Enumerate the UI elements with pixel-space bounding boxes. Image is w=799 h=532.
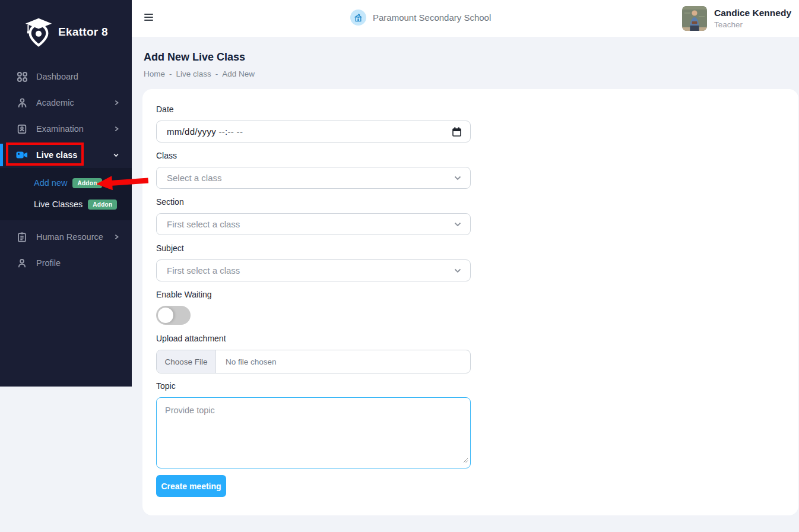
breadcrumb-separator: - bbox=[215, 69, 218, 78]
sidebar-item-label: Academic bbox=[36, 98, 74, 107]
class-select[interactable]: Select a class bbox=[156, 167, 471, 189]
class-label: Class bbox=[156, 151, 471, 160]
chevron-right-icon bbox=[113, 99, 120, 106]
subject-select-value: First select a class bbox=[167, 265, 240, 276]
choose-file-button[interactable]: Choose File bbox=[157, 350, 216, 373]
sidebar-item-label: Examination bbox=[36, 124, 84, 134]
chevron-down-icon bbox=[454, 222, 461, 227]
dashboard-icon bbox=[16, 71, 28, 83]
topic-label: Topic bbox=[156, 381, 471, 391]
file-chosen-status: No file chosen bbox=[216, 350, 277, 373]
section-select-value: First select a class bbox=[167, 219, 240, 229]
breadcrumb-home[interactable]: Home bbox=[144, 69, 165, 78]
clipboard-icon bbox=[16, 231, 28, 243]
video-camera-icon bbox=[16, 149, 28, 161]
chevron-down-icon bbox=[454, 268, 461, 273]
date-label: Date bbox=[156, 104, 471, 114]
sidebar: Ekattor 8 Dashboard Academic bbox=[0, 0, 132, 387]
school-building-icon bbox=[350, 10, 366, 26]
breadcrumb-live-class[interactable]: Live class bbox=[176, 69, 211, 78]
breadcrumb: Home - Live class - Add New bbox=[144, 69, 255, 78]
topic-textarea[interactable] bbox=[156, 397, 471, 468]
user-name: Candice Kennedy bbox=[714, 8, 791, 18]
top-header: Paramount Secondary School Candice Kenne… bbox=[132, 0, 799, 37]
sidebar-item-label: Live class bbox=[36, 150, 77, 160]
avatar bbox=[682, 6, 707, 31]
person-icon bbox=[16, 257, 28, 269]
section-select[interactable]: First select a class bbox=[156, 213, 471, 235]
graduation-pin-logo-icon bbox=[24, 17, 53, 48]
enable-waiting-toggle[interactable] bbox=[156, 306, 191, 325]
live-class-submenu: Add new Addon Live Classes Addon bbox=[0, 168, 132, 220]
sidebar-item-profile[interactable]: Profile bbox=[0, 250, 132, 276]
app-name: Ekattor 8 bbox=[58, 26, 108, 39]
hamburger-menu-icon[interactable] bbox=[144, 14, 153, 23]
section-label: Section bbox=[156, 197, 471, 207]
sidebar-subitem-add-new[interactable]: Add new Addon bbox=[0, 172, 132, 194]
chevron-right-icon bbox=[113, 125, 120, 132]
form-card: Date mm/dd/yyyy --:-- -- Class Select a … bbox=[142, 89, 798, 515]
subject-select[interactable]: First select a class bbox=[156, 259, 471, 281]
page-title: Add New Live Class bbox=[144, 51, 245, 64]
subject-label: Subject bbox=[156, 243, 471, 253]
subitem-label: Add new bbox=[34, 178, 67, 188]
chevron-down-icon bbox=[454, 176, 461, 180]
breadcrumb-add-new: Add New bbox=[222, 69, 255, 78]
chevron-down-icon bbox=[112, 151, 120, 159]
sidebar-item-live-class[interactable]: Live class bbox=[0, 142, 132, 168]
upload-attachment-label: Upload attachment bbox=[156, 334, 471, 343]
resize-handle-icon[interactable] bbox=[463, 455, 468, 466]
sidebar-item-label: Profile bbox=[36, 258, 61, 268]
breadcrumb-separator: - bbox=[169, 69, 172, 78]
addon-badge: Addon bbox=[72, 178, 102, 188]
subitem-label: Live Classes bbox=[34, 200, 83, 209]
examination-icon bbox=[16, 123, 28, 135]
date-input[interactable]: mm/dd/yyyy --:-- -- bbox=[156, 121, 471, 142]
school-selector[interactable]: Paramount Secondary School bbox=[350, 10, 491, 26]
create-meeting-button[interactable]: Create meeting bbox=[156, 475, 226, 497]
add-live-class-form: Date mm/dd/yyyy --:-- -- Class Select a … bbox=[142, 89, 471, 497]
sidebar-subitem-live-classes[interactable]: Live Classes Addon bbox=[0, 194, 132, 215]
user-role: Teacher bbox=[714, 20, 791, 29]
chevron-right-icon bbox=[113, 233, 120, 240]
sidebar-item-examination[interactable]: Examination bbox=[0, 116, 132, 142]
sidebar-item-label: Human Resource bbox=[36, 232, 103, 242]
calendar-icon[interactable] bbox=[452, 127, 461, 137]
sidebar-item-human-resource[interactable]: Human Resource bbox=[0, 224, 132, 250]
date-value: mm/dd/yyyy --:-- -- bbox=[167, 126, 243, 137]
user-menu[interactable]: Candice Kennedy Teacher bbox=[682, 6, 791, 31]
class-select-value: Select a class bbox=[167, 173, 222, 183]
sidebar-item-label: Dashboard bbox=[36, 72, 78, 81]
academic-icon bbox=[16, 97, 28, 109]
enable-waiting-label: Enable Waiting bbox=[156, 290, 471, 299]
sidebar-item-dashboard[interactable]: Dashboard bbox=[0, 64, 132, 90]
attachment-file-input[interactable]: Choose File No file chosen bbox=[156, 350, 471, 373]
app-logo: Ekattor 8 bbox=[0, 0, 132, 64]
toggle-knob bbox=[158, 308, 173, 323]
active-indicator-bar bbox=[0, 144, 3, 166]
school-name: Paramount Secondary School bbox=[373, 12, 491, 23]
addon-badge: Addon bbox=[88, 200, 117, 210]
sidebar-item-academic[interactable]: Academic bbox=[0, 90, 132, 116]
